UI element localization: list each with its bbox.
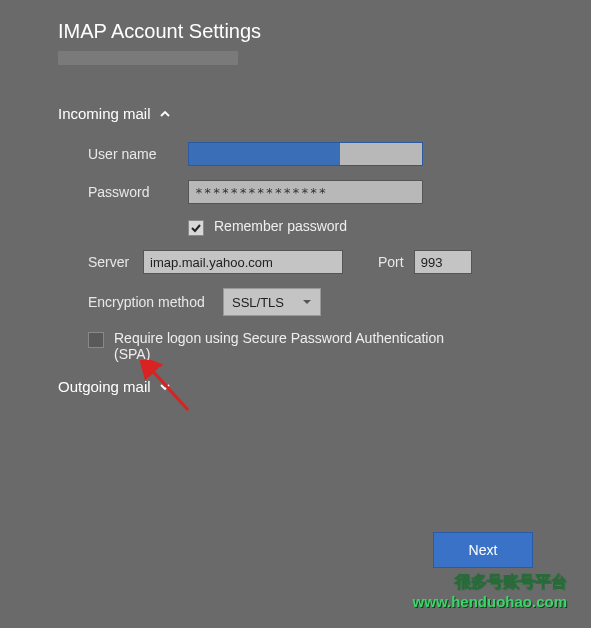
port-label: Port: [378, 254, 404, 270]
server-label: Server: [88, 254, 143, 270]
subtitle-redacted: [58, 51, 238, 65]
outgoing-mail-toggle[interactable]: Outgoing mail: [58, 378, 533, 395]
spa-checkbox[interactable]: [88, 332, 104, 348]
watermark: 很多号账号平台 www.henduohao.com: [413, 572, 567, 610]
encryption-label: Encryption method: [88, 294, 223, 310]
chevron-up-icon: [159, 108, 171, 120]
incoming-mail-toggle[interactable]: Incoming mail: [58, 105, 533, 122]
encryption-select[interactable]: SSL/TLS: [223, 288, 321, 316]
port-input[interactable]: [414, 250, 472, 274]
password-input[interactable]: [188, 180, 423, 204]
password-label: Password: [88, 184, 188, 200]
username-input[interactable]: [188, 142, 423, 166]
watermark-line2: www.henduohao.com: [413, 593, 567, 610]
chevron-down-icon: [159, 381, 171, 393]
username-label: User name: [88, 146, 188, 162]
page-title: IMAP Account Settings: [58, 20, 533, 43]
incoming-section: User name Password Remember password Ser…: [58, 142, 533, 362]
server-input[interactable]: [143, 250, 343, 274]
encryption-value: SSL/TLS: [232, 295, 284, 310]
remember-password-checkbox[interactable]: [188, 220, 204, 236]
incoming-mail-label: Incoming mail: [58, 105, 151, 122]
next-button[interactable]: Next: [433, 532, 533, 568]
spa-label: Require logon using Secure Password Auth…: [114, 330, 454, 362]
next-button-label: Next: [469, 542, 498, 558]
remember-password-label: Remember password: [214, 218, 347, 234]
watermark-line1: 很多号账号平台: [413, 572, 567, 593]
dropdown-arrow-icon: [302, 295, 312, 310]
outgoing-mail-label: Outgoing mail: [58, 378, 151, 395]
